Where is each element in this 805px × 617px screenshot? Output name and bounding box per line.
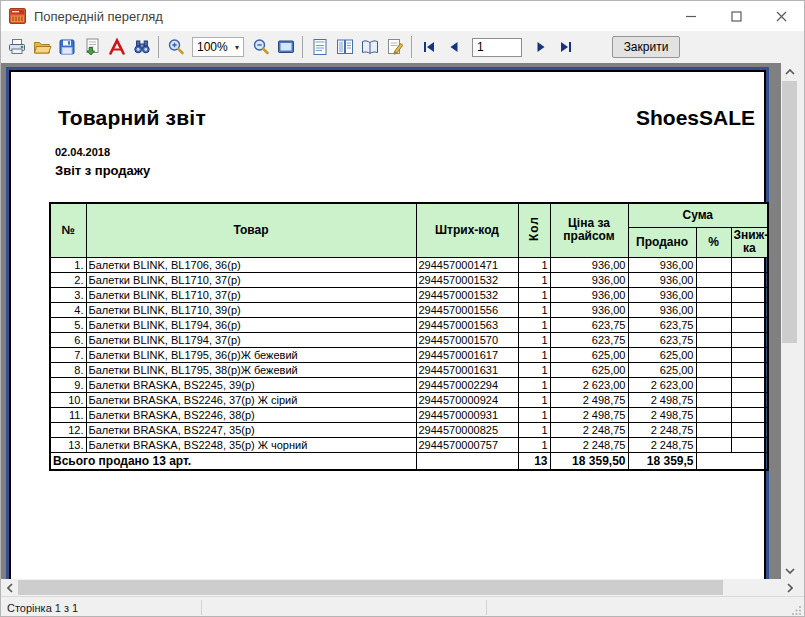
page-width-icon[interactable] [273,35,298,60]
zoom-value: 100% [197,40,228,54]
header-qty: Кол [518,203,550,257]
zoom-select[interactable]: 100% ▾ [192,37,244,57]
book-preview-icon[interactable] [357,35,382,60]
cell-barcode: 2944570000757 [416,437,518,452]
app-icon [9,8,26,24]
total-row: Всього продано 13 арт. 13 18 359,50 18 3… [50,452,768,470]
cell-sold: 623,75 [628,332,696,347]
page-setup-icon[interactable] [307,35,332,60]
cell-barcode: 2944570001532 [416,287,518,302]
cell-discount [731,332,768,347]
header-barcode: Штрих-код [416,203,518,257]
statusbar-separator [201,600,202,615]
cell-num: 13. [50,437,86,452]
two-pages-icon[interactable] [332,35,357,60]
first-page-icon[interactable] [416,35,441,60]
scroll-left-icon[interactable] [1,579,18,596]
cell-qty: 1 [518,437,550,452]
last-page-icon[interactable] [553,35,578,60]
window-frame [798,63,805,596]
header-percent: % [696,227,731,257]
cell-product: Балетки BRASKA, BS2247, 35(р) [86,422,416,437]
next-page-icon[interactable] [528,35,553,60]
chevron-down-icon: ▾ [235,43,239,52]
cell-price: 623,75 [550,317,628,332]
cell-percent [696,422,731,437]
cell-sold: 2 498,75 [628,407,696,422]
cell-percent [696,302,731,317]
minimize-button[interactable] [669,1,714,31]
cell-product: Балетки BLINK, BL1710, 37(р) [86,287,416,302]
cell-qty: 1 [518,377,550,392]
table-row: 9.Балетки BRASKA, BS2245, 39(р)294457000… [50,377,768,392]
cell-product: Балетки BLINK, BL1794, 37(р) [86,332,416,347]
cell-product: Балетки BLINK, BL1710, 39(р) [86,302,416,317]
total-price: 18 359,50 [550,452,628,470]
prev-page-icon[interactable] [441,35,466,60]
edit-page-icon[interactable] [382,35,407,60]
table-row: 4.Балетки BLINK, BL1710, 39(р)2944570001… [50,302,768,317]
zoom-in-icon[interactable] [163,35,188,60]
export-icon[interactable] [79,35,104,60]
total-qty: 13 [518,452,550,470]
table-row: 3.Балетки BLINK, BL1710, 37(р)2944570001… [50,287,768,302]
cell-discount [731,392,768,407]
cell-sold: 2 248,75 [628,422,696,437]
vertical-scroll-thumb[interactable] [782,81,797,343]
header-price: Ціна за прайсом [550,203,628,257]
cell-num: 11. [50,407,86,422]
cell-discount [731,272,768,287]
print-icon[interactable] [4,35,29,60]
cell-sold: 2 248,75 [628,437,696,452]
cell-product: Балетки BRASKA, BS2246, 38(р) [86,407,416,422]
cell-percent [696,377,731,392]
close-button[interactable]: Закрити [612,36,680,58]
open-icon[interactable] [29,35,54,60]
cell-price: 936,00 [550,272,628,287]
cell-sold: 936,00 [628,287,696,302]
table-row: 7.Балетки BLINK, BL1795, 36(р)Ж бежевий2… [50,347,768,362]
cell-qty: 1 [518,347,550,362]
cell-percent [696,257,731,272]
cell-barcode: 2944570001617 [416,347,518,362]
cell-price: 2 248,75 [550,437,628,452]
cell-barcode: 2944570001471 [416,257,518,272]
report-title: Товарний звіт [58,106,206,130]
horizontal-scrollbar[interactable] [1,579,798,596]
print-preview-window: Попередній перегляд [0,0,805,617]
scroll-up-icon[interactable] [781,63,798,80]
cell-num: 9. [50,377,86,392]
cell-qty: 1 [518,287,550,302]
header-product: Товар [86,203,416,257]
total-barcode [416,452,518,470]
cell-num: 3. [50,287,86,302]
cell-sold: 2 623,00 [628,377,696,392]
cell-qty: 1 [518,332,550,347]
vertical-scrollbar[interactable] [781,63,798,579]
page-input[interactable] [472,38,522,57]
report-table-header: № Товар Штрих-код Кол Ціна за прайсом Су… [50,203,768,257]
cell-percent [696,332,731,347]
total-label: Всього продано 13 арт. [50,452,416,470]
scroll-right-icon[interactable] [781,579,798,596]
zoom-out-icon[interactable] [248,35,273,60]
cell-price: 2 498,75 [550,407,628,422]
cell-barcode: 2944570001556 [416,302,518,317]
horizontal-scroll-thumb[interactable] [18,580,723,595]
resize-grip-icon[interactable] [792,605,802,615]
maximize-button[interactable] [714,1,759,31]
page-info: Сторінка 1 з 1 [7,602,78,614]
table-row: 6.Балетки BLINK, BL1794, 37(р)2944570001… [50,332,768,347]
scroll-down-icon[interactable] [781,562,798,579]
find-icon[interactable] [129,35,154,60]
cell-sold: 625,00 [628,362,696,377]
close-window-button[interactable] [759,1,804,31]
cell-discount [731,377,768,392]
cell-qty: 1 [518,257,550,272]
pdf-icon[interactable] [104,35,129,60]
table-row: 13.Балетки BRASKA, BS2248, 35(р) Ж чорни… [50,437,768,452]
cell-price: 936,00 [550,287,628,302]
save-icon[interactable] [54,35,79,60]
total-empty [696,452,768,470]
cell-product: Балетки BRASKA, BS2248, 35(р) Ж чорний [86,437,416,452]
